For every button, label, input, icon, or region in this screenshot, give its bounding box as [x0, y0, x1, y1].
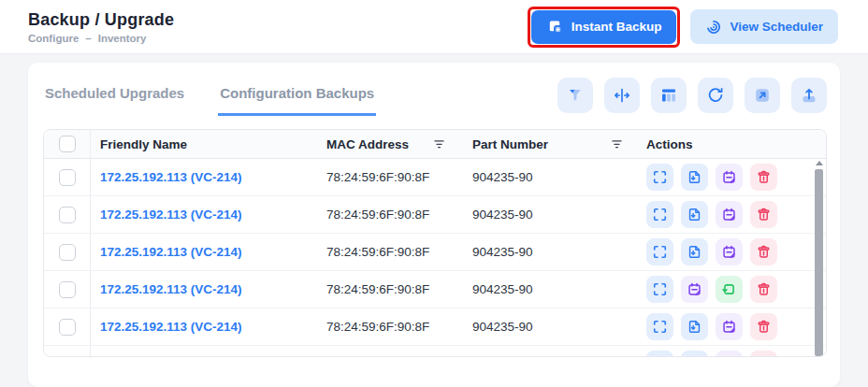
part-number-cell: 904235-90 — [467, 346, 644, 357]
restore-button[interactable] — [716, 276, 743, 303]
table-row: 172.25.192.113 (VC-214) 78:24:59:6F:90:8… — [44, 234, 826, 271]
row-checkbox[interactable] — [59, 207, 76, 223]
scrollbar-up-arrow[interactable] — [816, 161, 823, 165]
row-checkbox-cell — [44, 308, 91, 345]
breadcrumb: Configure – Inventory — [28, 33, 174, 44]
mac-address-cell: 78:24:59:6F:90:8F — [321, 234, 467, 270]
row-actions — [644, 308, 826, 345]
note-button[interactable] — [716, 201, 743, 228]
delete-icon — [756, 244, 772, 260]
restore-icon — [721, 281, 737, 297]
column-header-part-number[interactable]: Part Number — [467, 130, 644, 158]
scheduler-icon — [705, 19, 722, 36]
tab-scheduled-upgrades[interactable]: Scheduled Upgrades — [43, 74, 186, 116]
device-link[interactable]: 172.25.192.113 (VC-214) — [100, 320, 242, 334]
delete-icon — [756, 356, 772, 357]
columns-icon — [659, 86, 678, 105]
row-actions — [644, 196, 826, 233]
delete-button[interactable] — [750, 238, 777, 265]
column-header-friendly-name[interactable]: Friendly Name — [91, 130, 321, 158]
mac-address-cell: 78:24:59:6F:90:8F — [321, 271, 467, 308]
note-icon — [721, 319, 737, 335]
device-link[interactable]: 172.25.192.113 (VC-214) — [100, 245, 242, 259]
delete-button[interactable] — [750, 313, 777, 340]
expand-button[interactable] — [646, 164, 673, 191]
download-icon — [687, 244, 702, 260]
note-icon — [721, 207, 737, 222]
delete-button[interactable] — [750, 201, 777, 228]
download-icon — [687, 169, 702, 185]
table-header-row: Friendly Name MAC Address Part Number — [44, 130, 826, 159]
view-scheduler-button[interactable]: View Scheduler — [690, 9, 838, 44]
note-button[interactable] — [716, 164, 743, 191]
breadcrumb-current[interactable]: Inventory — [98, 33, 147, 44]
download-button[interactable] — [681, 351, 708, 357]
part-number-cell: 904235-90 — [467, 234, 644, 270]
row-checkbox[interactable] — [59, 244, 76, 261]
row-checkbox[interactable] — [59, 356, 76, 358]
expand-button[interactable] — [646, 238, 673, 265]
expand-icon — [652, 356, 668, 357]
download-button[interactable] — [681, 238, 708, 265]
expand-button[interactable] — [646, 276, 673, 303]
note-button[interactable] — [716, 351, 743, 357]
row-actions — [644, 159, 826, 195]
delete-button[interactable] — [750, 164, 777, 191]
mac-address-cell: 78:24:59:6F:90:8F — [321, 308, 467, 345]
row-actions — [644, 346, 826, 357]
row-checkbox[interactable] — [59, 169, 76, 186]
page-header: Backup / Upgrade Configure – Inventory I… — [0, 0, 868, 54]
table-row: 172.25.192.113 (VC-214) 78:24:59:6F:90:8… — [44, 271, 826, 308]
expand-button[interactable] — [646, 201, 673, 228]
column-resize-button[interactable] — [604, 78, 640, 113]
select-all-checkbox[interactable] — [59, 136, 76, 152]
part-number-cell: 904235-90 — [467, 159, 644, 195]
download-button[interactable] — [681, 313, 708, 340]
export-button[interactable] — [745, 78, 780, 113]
tab-configuration-backups[interactable]: Configuration Backups — [218, 74, 376, 116]
column-resize-icon — [613, 86, 631, 105]
filter-lines-icon[interactable] — [610, 137, 624, 151]
note-button[interactable] — [716, 238, 743, 265]
expand-icon — [652, 207, 668, 222]
table-row: 172.25.192.113 (VC-214) 78:24:59:6F:90:8… — [44, 159, 826, 196]
column-header-actions: Actions — [644, 130, 826, 158]
table-row: 172.25.192.113 (VC-214) 78:24:59:6F:90:8… — [44, 196, 826, 234]
columns-button[interactable] — [651, 78, 687, 113]
row-actions — [644, 271, 826, 308]
title-block: Backup / Upgrade Configure – Inventory — [28, 10, 174, 44]
table-scrollbar — [815, 161, 823, 356]
row-checkbox[interactable] — [59, 281, 76, 298]
delete-button[interactable] — [750, 276, 777, 303]
upload-icon — [800, 86, 818, 105]
backup-plus-icon — [546, 18, 564, 36]
expand-button[interactable] — [646, 351, 673, 357]
scrollbar-thumb[interactable] — [815, 169, 823, 356]
row-checkbox[interactable] — [59, 319, 76, 336]
table-body: 172.25.192.113 (VC-214) 78:24:59:6F:90:8… — [44, 159, 826, 357]
filter-button[interactable] — [557, 78, 593, 113]
table-row: 172.25.192.113 (VC-214) 78:24:59:6F:90:8… — [44, 308, 826, 346]
instant-backup-button[interactable]: Instant Backup — [531, 10, 677, 44]
note-button[interactable] — [716, 313, 743, 340]
download-button[interactable] — [681, 164, 708, 191]
part-number-cell: 904235-90 — [467, 271, 644, 308]
filter-lines-icon[interactable] — [432, 137, 446, 151]
breadcrumb-parent[interactable]: Configure — [28, 33, 79, 44]
device-link[interactable]: 172.25.192.113 (VC-214) — [100, 170, 242, 184]
friendly-name-cell: 172.25.192.113 (VC-214) — [91, 308, 321, 345]
friendly-name-cell: 172.25.192.113 (VC-214) — [91, 159, 321, 195]
note-button[interactable] — [681, 276, 708, 303]
upload-button[interactable] — [791, 78, 827, 113]
row-actions — [644, 234, 826, 270]
column-header-mac-address[interactable]: MAC Address — [321, 130, 467, 158]
device-link[interactable]: 172.25.192.113 (VC-214) — [100, 282, 242, 296]
device-link[interactable]: 172.25.192.113 (VC-214) — [100, 208, 242, 222]
breadcrumb-separator: – — [85, 33, 91, 44]
download-button[interactable] — [681, 201, 708, 228]
delete-icon — [756, 319, 772, 335]
delete-button[interactable] — [750, 351, 777, 357]
part-number-header-label: Part Number — [472, 137, 548, 151]
expand-button[interactable] — [646, 313, 673, 340]
refresh-button[interactable] — [698, 78, 733, 113]
